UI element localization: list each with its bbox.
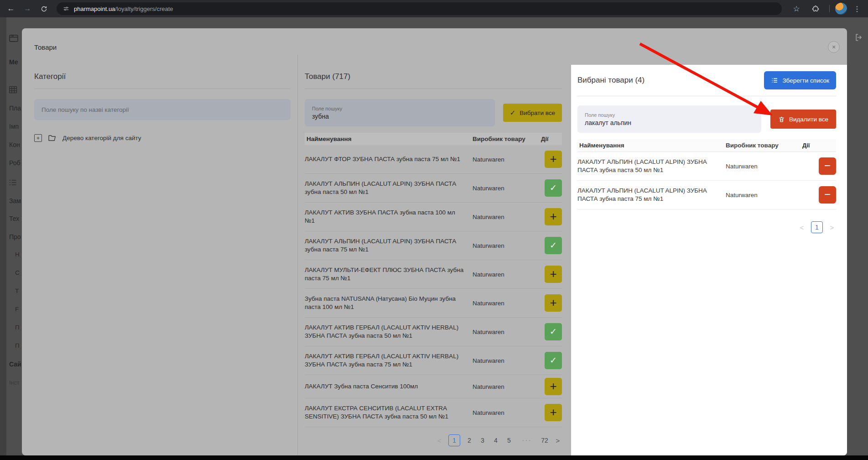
browser-actions: ☆ ⋮ (788, 2, 864, 15)
sidebar-item-menu[interactable]: Ме (9, 58, 18, 66)
check-icon: ✓ (510, 109, 516, 117)
category-tree-item[interactable]: + Дерево категорій для сайту (34, 134, 291, 142)
table-row: ЛАКАЛУТ Зубна паста Сенситив 100мл Natur… (305, 375, 562, 398)
product-manufacturer: Naturwaren (473, 409, 541, 416)
sidebar-subitem-1[interactable]: Н (15, 251, 20, 258)
sidebar-item-work[interactable]: Роб (9, 159, 21, 167)
product-added-button[interactable]: ✓ (545, 237, 562, 254)
page-3[interactable]: 3 (478, 437, 487, 444)
selected-table-header: Найменування Виробник товару Дії (577, 139, 836, 152)
remove-product-button[interactable]: − (819, 157, 836, 175)
reload-icon[interactable] (36, 2, 52, 15)
product-name: ЛАКАЛУТ АЛЬПИН (LACALUT ALPIN) ЗУБНА ПАС… (577, 187, 726, 203)
select-all-button[interactable]: ✓ Вибрати все (503, 104, 562, 122)
product-added-button[interactable]: ✓ (545, 352, 562, 369)
plus-icon: + (550, 268, 556, 280)
add-product-button[interactable]: + (545, 266, 562, 283)
sidebar-subitem-6[interactable]: П (15, 342, 20, 349)
add-product-button[interactable]: + (545, 151, 562, 168)
products-column: Товари (717) Поле пошуку зубна ✓ Вибрати… (305, 72, 562, 446)
page-5[interactable]: 5 (505, 437, 513, 444)
page-1[interactable]: 1 (448, 434, 460, 446)
categories-column: Категорії Поле пошуку по назві категорії… (34, 72, 291, 142)
page-72[interactable]: 72 (541, 437, 549, 444)
chevron-right-icon[interactable]: > (554, 437, 562, 444)
products-search-value: зубна (312, 113, 488, 120)
selected-pagination: < 1 > (577, 221, 836, 233)
forward-icon[interactable]: → (19, 2, 36, 15)
exit-icon[interactable] (854, 33, 863, 44)
toolbar-separator (829, 5, 830, 12)
plus-icon: + (550, 153, 556, 165)
pages-ellipsis: ··· (518, 436, 535, 444)
sidebar-subitem-4[interactable]: F (15, 306, 19, 313)
column-divider (297, 55, 298, 455)
product-manufacturer: Naturwaren (473, 329, 541, 335)
category-search-input[interactable]: Поле пошуку по назві категорії (34, 99, 291, 120)
sidebar-subitem-3[interactable]: Т (15, 288, 19, 294)
selected-search-input[interactable]: Поле пошуку лакалут альпин (577, 105, 761, 133)
table-row: ЛАКАЛУТ АКТИВ ЗУБНА ПАСТА зубна паста 10… (305, 203, 562, 231)
url-bar[interactable]: pharmapoint.ua/loyalty/triggers/create (57, 2, 782, 15)
table-row: ЛАКАЛУТ АЛЬПИН (LACALUT ALPIN) ЗУБНА ПАС… (305, 174, 562, 203)
browser-toolbar: ← → pharmapoint.ua/loyalty/triggers/crea… (0, 0, 868, 17)
divider (577, 96, 836, 96)
chevron-left-icon[interactable]: < (798, 224, 806, 231)
products-search-label: Поле пошуку (312, 106, 488, 111)
selected-title: Вибрані товари (4) (577, 76, 645, 85)
product-manufacturer: Naturwaren (473, 242, 541, 249)
product-manufacturer: Naturwaren (473, 185, 541, 192)
chevron-left-icon[interactable]: < (435, 437, 443, 444)
product-name: Зубна паста NATUSANA (Натусана) Біо Муци… (305, 295, 473, 311)
product-manufacturer: Naturwaren (473, 271, 541, 278)
product-added-button[interactable]: ✓ (545, 323, 562, 340)
category-tree-label: Дерево категорій для сайту (62, 135, 141, 141)
sidebar-subitem-5[interactable]: П (15, 324, 20, 331)
extensions-icon[interactable] (807, 2, 824, 15)
sidebar-item-plans[interactable]: Пла (9, 105, 21, 112)
table-row: ЛАКАЛУТ МУЛЬТИ-ЕФЕКТ ПЛЮС ЗУБНА ПАСТА зу… (305, 260, 562, 289)
page-1[interactable]: 1 (811, 221, 823, 233)
sidebar-item-orders[interactable]: Зам (9, 197, 21, 204)
taskbar-strip (0, 455, 868, 460)
delete-all-label: Видалити все (789, 116, 828, 123)
product-manufacturer: Naturwaren (473, 383, 541, 390)
sidebar-subitem-2[interactable]: С (15, 269, 20, 276)
delete-all-button[interactable]: Видалити все (770, 110, 836, 129)
add-product-button[interactable]: + (545, 378, 562, 395)
back-icon[interactable]: ← (3, 2, 19, 15)
product-added-button[interactable]: ✓ (545, 179, 562, 197)
product-manufacturer: Naturwaren (473, 156, 541, 163)
check-icon: ✓ (550, 183, 557, 192)
bookmark-star-icon[interactable]: ☆ (788, 2, 805, 15)
add-product-button[interactable]: + (545, 294, 562, 312)
site-info-icon[interactable] (63, 5, 69, 12)
sidebar-item-instructions[interactable]: Інст (9, 380, 19, 386)
sidebar-item-import[interactable]: Імп (9, 123, 19, 130)
url-path: /loyalty/triggers/create (115, 5, 173, 12)
sidebar-item-tech[interactable]: Тех (9, 215, 19, 222)
sidebar-item-promo[interactable]: Про (9, 233, 21, 240)
expand-icon[interactable]: + (34, 134, 42, 142)
products-search-input[interactable]: Поле пошуку зубна (305, 99, 495, 126)
profile-avatar[interactable] (835, 3, 847, 15)
sidebar-item-contacts[interactable]: Кон (9, 141, 20, 148)
add-product-button[interactable]: + (545, 404, 562, 421)
page-4[interactable]: 4 (492, 437, 500, 444)
remove-product-button[interactable]: − (819, 186, 836, 204)
plus-icon: + (550, 380, 556, 392)
save-list-button[interactable]: Зберегти список (764, 71, 836, 89)
table-row: ЛАКАЛУТ АЛЬПИН (LACALUT ALPIN) ЗУБНА ПАС… (305, 231, 562, 260)
close-icon[interactable]: × (828, 41, 840, 53)
product-name: ЛАКАЛУТ АКТИВ ГЕРБАЛ (LACALUT AKTIV HERB… (305, 352, 473, 369)
sidebar-item-site[interactable]: Сай (9, 361, 21, 368)
url-domain: pharmapoint.ua (74, 5, 115, 12)
product-manufacturer: Naturwaren (726, 163, 802, 170)
browser-menu-icon[interactable]: ⋮ (850, 5, 864, 13)
page-2[interactable]: 2 (465, 437, 473, 444)
add-product-button[interactable]: + (545, 208, 562, 225)
trash-icon (778, 116, 785, 123)
selected-table: Найменування Виробник товару Дії ЛАКАЛУТ… (577, 139, 836, 209)
chevron-right-icon[interactable]: > (828, 224, 836, 231)
product-name: ЛАКАЛУТ АЛЬПИН (LACALUT ALPIN) ЗУБНА ПАС… (577, 158, 726, 174)
